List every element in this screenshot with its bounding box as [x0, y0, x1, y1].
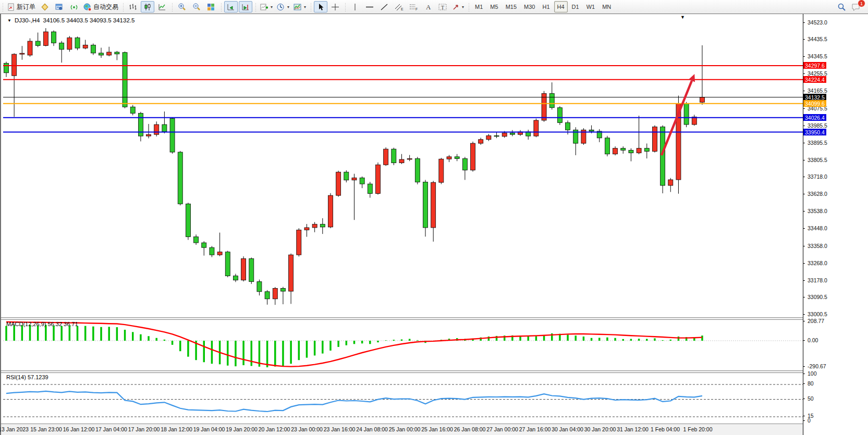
notifications-button[interactable]: 1 — [849, 1, 863, 13]
horizontal-line-icon — [365, 3, 374, 11]
market-watch-button[interactable] — [53, 1, 66, 13]
price-tick: 33718.0 — [808, 173, 827, 180]
toolbar-group-scroll — [218, 0, 253, 14]
periods-button[interactable]: ▾ — [275, 1, 291, 13]
chart-template-button[interactable]: ▾ — [292, 1, 308, 13]
toolbar-group-trade: 新订单 自动交易 — [0, 0, 120, 14]
candlestick-chart-icon — [143, 3, 152, 11]
fibonacci-button[interactable]: F — [407, 1, 420, 13]
price-tick: -290.67 — [808, 363, 826, 369]
price-level-badge: 34224.4 — [803, 76, 826, 83]
timeframe-button-h1[interactable]: H1 — [539, 1, 553, 13]
chart-title: ▼ DJ30-,H4 34106.5 34403.5 34093.5 34132… — [7, 17, 135, 23]
price-tick: 34165.5 — [808, 88, 827, 94]
zoom-out-button[interactable] — [190, 1, 203, 13]
horizontal-line-button[interactable] — [363, 1, 376, 13]
tick-mark — [803, 340, 805, 341]
chevron-down-icon[interactable]: ▾ — [304, 5, 306, 9]
chevron-down-icon[interactable]: ▾ — [287, 5, 289, 9]
price-level-badge: 34132.5 — [803, 94, 826, 101]
new-order-button[interactable]: 新订单 — [6, 1, 37, 13]
date-tick: 17 Jan 04:00 — [95, 426, 127, 432]
chart-shift-button[interactable] — [239, 1, 252, 13]
macd-panel[interactable]: MACD(12,26,9) 56.32 36.71 — [3, 320, 803, 370]
time-axis[interactable]: 13 Jan 202315 Jan 23:0016 Jan 12:0017 Ja… — [1, 424, 868, 435]
add-indicator-button[interactable]: ▾ — [259, 1, 274, 13]
date-tick: 25 Jan 00:00 — [389, 426, 421, 432]
price-tick: 80 — [808, 380, 814, 387]
timeframe-button-m1[interactable]: M1 — [472, 1, 486, 13]
timeframe-button-w1[interactable]: W1 — [583, 1, 598, 13]
text-label-button[interactable]: T — [436, 1, 449, 13]
timeframe-button-m15[interactable]: M15 — [503, 1, 520, 13]
toolbar-grip — [122, 2, 125, 11]
line-chart-button[interactable] — [155, 1, 169, 13]
vertical-line-icon — [352, 3, 358, 11]
chevron-down-icon[interactable]: ▾ — [462, 5, 464, 9]
auto-scroll-button[interactable] — [224, 1, 238, 13]
text-button[interactable]: A — [421, 1, 435, 13]
svg-text:E: E — [401, 7, 404, 11]
text-icon: A — [425, 3, 432, 11]
date-tick: 26 Jan 08:00 — [454, 426, 486, 432]
equidistant-channel-button[interactable]: E — [392, 1, 406, 13]
rsi-panel[interactable]: RSI(14) 57.1239 — [3, 373, 803, 423]
candlestick-chart[interactable] — [3, 15, 803, 317]
auto-scroll-icon — [227, 3, 235, 11]
rsi-label: RSI(14) 57.1239 — [6, 374, 48, 380]
timeframe-button-m30[interactable]: M30 — [521, 1, 538, 13]
zoom-in-button[interactable] — [175, 1, 189, 13]
price-tick: 50 — [808, 395, 814, 402]
price-level-badge: 33950.4 — [803, 129, 826, 135]
timeframe-button-mn[interactable]: MN — [599, 1, 614, 13]
new-order-icon — [7, 3, 15, 11]
cursor-button[interactable] — [314, 1, 327, 13]
price-tick: 100 — [808, 370, 817, 377]
price-tick: 0.00 — [808, 337, 818, 343]
arrows-button[interactable]: ▾ — [450, 1, 466, 13]
timeframe-button-d1[interactable]: D1 — [569, 1, 582, 13]
date-tick: 27 Jan 00:00 — [486, 426, 518, 432]
timeframe-button-h4[interactable]: H4 — [554, 1, 568, 13]
date-tick: 19 Jan 20:00 — [226, 426, 258, 432]
autotrading-label: 自动交易 — [93, 3, 118, 11]
rsi-chart[interactable] — [3, 373, 803, 423]
trendline-button[interactable] — [377, 1, 391, 13]
date-tick: 25 Jan 16:00 — [421, 426, 453, 432]
search-button[interactable] — [835, 1, 848, 13]
tick-mark — [803, 143, 805, 143]
symbol-dropdown-icon[interactable]: ▼ — [7, 18, 11, 23]
date-tick: 27 Jan 16:00 — [519, 426, 551, 432]
autotrading-button[interactable]: 自动交易 — [82, 1, 120, 13]
macd-chart[interactable] — [3, 320, 803, 370]
toolbar-grip — [254, 2, 257, 11]
mt4-window: 新订单 自动交易 — [0, 0, 868, 435]
price-level-badge: 34297.6 — [803, 62, 826, 69]
crosshair-button[interactable] — [328, 1, 342, 13]
date-tick: 1 Feb 20:00 — [683, 426, 712, 432]
toolbar-group-indicators: ▾ ▾ ▾ — [253, 0, 308, 14]
bar-chart-button[interactable] — [126, 1, 140, 13]
symbol-period-label: DJ30-,H4 — [15, 17, 40, 23]
chevron-down-icon[interactable]: ▾ — [271, 5, 273, 9]
price-axis[interactable]: 34523.034435.534345.534255.534165.534075… — [803, 14, 868, 435]
tile-windows-icon — [207, 3, 215, 11]
tick-mark — [803, 297, 805, 297]
tick-mark — [803, 263, 805, 264]
price-tick: 33895.5 — [808, 140, 827, 146]
price-tick: 34435.5 — [808, 36, 827, 42]
market-watch-icon — [55, 3, 64, 11]
toolbar-group-cursor — [308, 0, 343, 14]
timeframe-button-m5[interactable]: M5 — [487, 1, 501, 13]
tick-mark — [803, 160, 805, 160]
vertical-line-button[interactable] — [348, 1, 362, 13]
main-chart-panel[interactable]: ▼ DJ30-,H4 34106.5 34403.5 34093.5 34132… — [3, 15, 803, 317]
tile-windows-button[interactable] — [204, 1, 218, 13]
svg-text:T: T — [441, 4, 444, 10]
toolbar-group-charttype — [120, 0, 169, 14]
signal-button[interactable] — [67, 1, 81, 13]
candlestick-chart-button[interactable] — [141, 1, 154, 13]
notification-badge: 1 — [858, 0, 865, 7]
price-tick: 0 — [808, 417, 811, 424]
market-depth-button[interactable] — [38, 1, 52, 13]
